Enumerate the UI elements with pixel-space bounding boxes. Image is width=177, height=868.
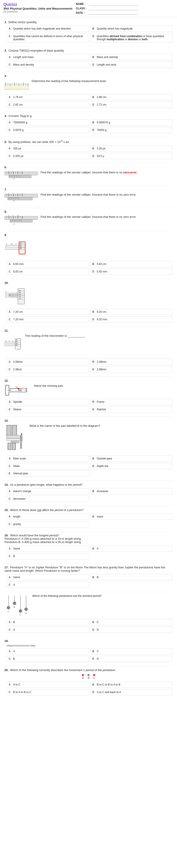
svg-rect-15 [4, 172, 38, 175]
dot-a-label: A [82, 677, 84, 679]
svg-rect-129 [12, 425, 17, 436]
name-label: NAME : [76, 2, 87, 5]
question-9: 9. 40 35 30 25 [4, 234, 173, 275]
q12-option-c: C Sleeve [7, 406, 89, 412]
svg-text:1: 1 [8, 193, 9, 194]
q20-text: Which of the following correctly describ… [10, 669, 115, 672]
question-7: 7. 1 2 3 4 [4, 188, 173, 204]
q11-option-c: C 2.38cm [7, 366, 89, 373]
q1-number: 1. Define vector quantity. [4, 21, 173, 24]
svg-text:5.5: 5.5 [11, 243, 13, 245]
q10-option-c: C 7.20 mm [7, 316, 89, 322]
q3-question-text: Determine the reading of the following m… [32, 80, 173, 83]
q19-small-text: (diagram/measurement data) [7, 644, 173, 647]
q10-option-d: D 9.20 mm [90, 316, 173, 322]
svg-text:B: B [21, 433, 23, 435]
vernier-svg-2: 1 2 3 4 0 5 [4, 193, 38, 203]
q20-option-a: A A to C [7, 682, 89, 688]
q3-option-a: A 2.78 cm [7, 94, 89, 100]
question-12: 12. [4, 379, 173, 412]
mic-part-svg [4, 384, 31, 396]
q14-option-a: A doesn't change [7, 488, 89, 494]
question-16: 16. Which would have the longest period?… [4, 534, 173, 559]
date-input-line [89, 11, 138, 15]
q1-text: Define vector quantity. [8, 21, 37, 24]
svg-point-142 [13, 602, 16, 605]
svg-rect-135 [21, 436, 22, 448]
svg-text:2: 2 [12, 340, 13, 342]
q18-question-text: Which of the following pendulums has the… [32, 594, 173, 597]
q15-option-b: B mass [90, 514, 173, 520]
q1-option-c: C Quantities that cannot be defined in t… [7, 33, 89, 42]
q5-option-a: A 335 μs [7, 145, 89, 152]
q4-option-b: B 0.000075 g [90, 119, 173, 126]
q8-vernier-image: 0 5 10 0 5 [4, 215, 38, 227]
svg-text:C: C [20, 614, 21, 616]
svg-point-145 [19, 610, 22, 613]
q4-text: Convert 75μg to g [8, 114, 32, 118]
q20-pendulum-dots: A B C [4, 674, 173, 679]
name-input-line [89, 2, 138, 6]
svg-text:2: 2 [23, 82, 24, 84]
q2-text: Choose TWO(2) examples of base quantity [8, 49, 64, 52]
question-8: 8. 0 5 10 [4, 210, 173, 227]
svg-text:1: 1 [8, 171, 9, 172]
q8-question-text: Find the readings of the vernier callipe… [41, 215, 173, 218]
q15-text: Which of these does not affect the perio… [10, 508, 83, 512]
q17-option-b: B B [90, 574, 173, 580]
svg-text:4: 4 [22, 171, 23, 172]
quiz-questions: 20 Questions [3, 10, 72, 13]
q6-number: 6. [4, 165, 173, 169]
q6-vernier-image: 1 2 3 4 0 5 [4, 171, 38, 181]
question-20: 20. Which of the following correctly des… [4, 669, 173, 695]
q11-option-d: D 2.88mm [90, 366, 173, 373]
q17-text: Pendulum "A" is on Jupiter Pendulum "B" … [4, 566, 165, 572]
svg-text:1: 1 [9, 340, 10, 342]
vernier-svg-3: 0 5 10 0 5 [4, 215, 38, 226]
ruler-svg: 0 1 2 [4, 80, 29, 92]
q10-number: 10. [4, 281, 173, 284]
q13-option-e: E Internal jaws [7, 470, 90, 476]
q9-option-d: D 5.83 mm [90, 269, 173, 275]
q9-option-c: C 6.83 cm [7, 269, 89, 275]
q10-circ-image: 5 30 25 20 15 10 5 [4, 286, 27, 307]
svg-rect-131 [7, 439, 22, 441]
q11-option-b: B 2.38mm [90, 359, 173, 365]
q11-question-text: The reading of the micrometer is _______… [25, 334, 173, 337]
svg-rect-38 [8, 197, 32, 200]
q4-option-c: C 0.0075 g [7, 127, 89, 133]
svg-text:3: 3 [17, 171, 18, 172]
q2-number: 2. Choose TWO(2) examples of base quanti… [4, 49, 173, 52]
q14-option-b: B increases [90, 488, 173, 494]
svg-rect-126 [18, 390, 21, 391]
q19-option-d: D D [90, 656, 173, 662]
svg-text:0: 0 [5, 340, 6, 342]
question-13: 13. B [4, 419, 173, 476]
q1-option-d: D Quantities derived from combination of… [90, 33, 173, 42]
vernier-svg-1: 1 2 3 4 0 5 [4, 171, 38, 181]
q15-option-c: C gravity [7, 521, 89, 527]
q11-number: 11. [4, 329, 173, 332]
svg-text:45: 45 [16, 339, 17, 341]
question-4: 4. Convert 75μg to g A 75000000 g B 0.00… [4, 114, 173, 133]
dot-b [87, 674, 90, 676]
svg-text:30: 30 [19, 290, 21, 291]
svg-text:5: 5 [5, 291, 6, 293]
svg-rect-130 [7, 435, 22, 439]
svg-rect-125 [8, 390, 11, 391]
svg-rect-128 [7, 425, 11, 436]
header: Quizizz 3NA Physical Quantities, Units a… [0, 0, 177, 17]
caliper-svg: B [4, 424, 27, 453]
question-3: 3. 0 1 [4, 74, 173, 108]
q3-image: 0 1 2 [4, 80, 29, 92]
q5-option-d: D 33.5 μ [90, 153, 173, 159]
date-label: DATE : [76, 11, 87, 14]
q9-option-b: B 5.83 cm [90, 261, 173, 267]
svg-rect-59 [4, 216, 38, 220]
q20-option-c: C B to A to B to C [7, 689, 89, 695]
q19-option-b: B C [90, 648, 173, 654]
question-14: 14. As a pendulum gets longer, what happ… [4, 483, 173, 502]
svg-text:0 5: 0 5 [13, 223, 15, 225]
q13-number: 13. [4, 419, 173, 422]
q18-option-d: D D [90, 627, 173, 633]
